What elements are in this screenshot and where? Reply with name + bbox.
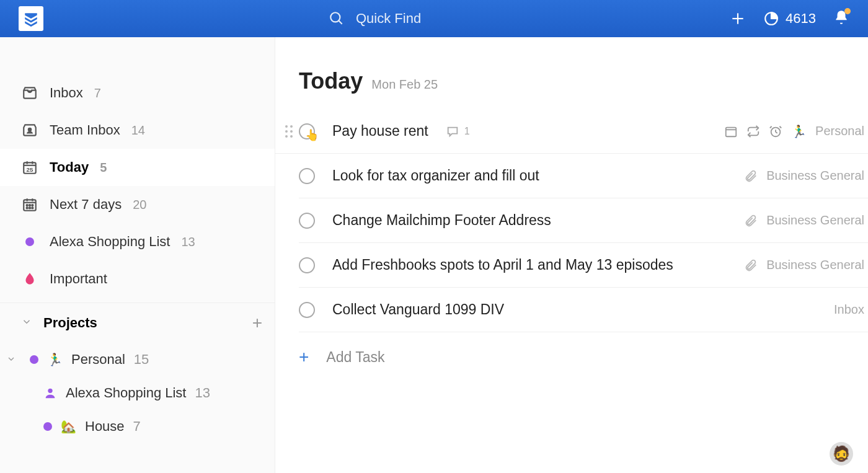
add-task-icon[interactable] — [730, 11, 746, 27]
task-row[interactable]: Change Mailchimp Footer Address Business… — [299, 198, 868, 243]
reminder-icon[interactable] — [769, 125, 782, 138]
notifications-button[interactable] — [833, 9, 849, 28]
project-emoji: 🏡 — [61, 419, 76, 434]
sidebar-item-label: Team Inbox — [50, 122, 120, 138]
sidebar-item-next7[interactable]: Next 7 days 20 — [0, 186, 275, 223]
task-actions: Business General — [744, 258, 868, 272]
app-header: Quick Find 4613 — [0, 0, 868, 37]
task-project-label[interactable]: Inbox — [834, 303, 864, 317]
project-label: Alexa Shopping List — [66, 385, 186, 401]
sidebar-item-inbox[interactable]: Inbox 7 — [0, 74, 275, 112]
task-checkbox[interactable] — [299, 213, 315, 229]
task-actions: Business General — [744, 213, 868, 228]
sidebar-item-label: Next 7 days — [50, 197, 122, 213]
header-actions: 4613 — [730, 9, 849, 28]
chevron-down-icon — [21, 315, 32, 331]
task-title: Change Mailchimp Footer Address — [332, 212, 551, 229]
svg-line-27 — [770, 126, 772, 128]
chevron-down-icon — [6, 351, 21, 368]
task-checkbox[interactable] — [299, 168, 315, 184]
add-task-label: Add Task — [326, 349, 384, 366]
sidebar-item-label: Alexa Shopping List — [50, 234, 170, 250]
search-area[interactable]: Quick Find — [329, 11, 421, 27]
task-title: Look for tax organizer and fill out — [332, 167, 539, 184]
project-count: 7 — [133, 418, 141, 435]
search-placeholder: Quick Find — [356, 11, 421, 27]
project-count: 13 — [195, 385, 210, 401]
sidebar-item-count: 5 — [100, 161, 107, 175]
task-row[interactable]: Look for tax organizer and fill out Busi… — [299, 154, 868, 198]
projects-header[interactable]: Projects + — [0, 303, 275, 343]
project-label: House — [85, 418, 125, 435]
main-content: Today Mon Feb 25 👆 Pay house rent 1 — [275, 37, 868, 473]
add-task-button[interactable]: + Add Task — [275, 332, 868, 382]
app-logo[interactable] — [19, 6, 43, 31]
svg-line-28 — [779, 126, 781, 128]
project-color-dot — [30, 355, 38, 364]
task-comments[interactable]: 1 — [446, 125, 470, 138]
task-checkbox[interactable]: 👆 — [299, 123, 315, 139]
task-list: 👆 Pay house rent 1 🏃‍♂️ Personal — [275, 109, 868, 382]
filter-dot-icon — [21, 233, 38, 250]
calendar-icon — [21, 196, 38, 213]
view-title: Today — [299, 68, 363, 94]
schedule-icon[interactable] — [724, 125, 738, 138]
today-icon: 25 — [21, 159, 38, 176]
svg-point-5 — [28, 128, 31, 131]
task-actions: Business General — [744, 169, 868, 183]
svg-point-16 — [29, 205, 30, 206]
task-checkbox[interactable] — [299, 257, 315, 273]
sidebar-item-count: 14 — [131, 123, 145, 138]
project-item-house[interactable]: 🏡 House 7 — [0, 410, 275, 443]
add-project-button[interactable]: + — [252, 313, 262, 333]
sidebar-item-team-inbox[interactable]: Team Inbox 14 — [0, 112, 275, 149]
task-row[interactable]: Add Freshbooks spots to April 1 and May … — [299, 243, 868, 288]
task-title: Pay house rent — [332, 123, 428, 139]
search-icon — [329, 11, 345, 27]
karma-counter[interactable]: 4613 — [763, 11, 816, 27]
attachment-icon — [744, 169, 758, 183]
task-actions: Inbox — [834, 303, 868, 317]
project-color-dot — [43, 422, 52, 431]
drag-handle[interactable] — [275, 125, 299, 138]
cursor-icon: 👆 — [305, 128, 319, 142]
sidebar-item-alexa[interactable]: Alexa Shopping List 13 — [0, 223, 275, 260]
sidebar-item-count: 13 — [181, 235, 195, 249]
inbox-icon — [21, 84, 38, 102]
task-checkbox[interactable] — [299, 302, 315, 318]
project-count: 15 — [134, 351, 149, 368]
sidebar-item-count: 7 — [94, 86, 101, 100]
project-emoji: 🏃‍♂️ — [47, 352, 63, 367]
view-subtitle: Mon Feb 25 — [371, 77, 438, 92]
user-avatar[interactable]: 🧔 — [830, 442, 853, 466]
view-header: Today Mon Feb 25 — [275, 68, 868, 94]
sidebar-item-label: Inbox — [50, 85, 83, 101]
person-icon — [43, 386, 57, 400]
sidebar-item-important[interactable]: Important — [0, 260, 275, 298]
task-project-label[interactable]: Business General — [766, 169, 864, 183]
todoist-logo-icon — [23, 11, 39, 27]
task-title: Collect Vanguard 1099 DIV — [332, 301, 504, 318]
svg-point-0 — [330, 12, 340, 22]
plus-icon: + — [299, 347, 309, 367]
karma-value: 4613 — [786, 11, 816, 27]
attachment-icon — [744, 214, 758, 228]
svg-line-1 — [339, 20, 342, 24]
recurring-icon[interactable] — [746, 125, 760, 138]
task-title: Add Freshbooks spots to April 1 and May … — [332, 257, 673, 273]
sidebar-item-count: 20 — [133, 198, 146, 212]
project-item-alexa-list[interactable]: Alexa Shopping List 13 — [0, 376, 275, 410]
svg-point-20 — [32, 207, 33, 208]
task-project-label[interactable]: Business General — [766, 213, 864, 228]
project-label: Personal — [71, 351, 125, 368]
svg-point-18 — [27, 207, 28, 208]
task-project-label[interactable]: Personal — [815, 124, 864, 138]
task-row[interactable]: Collect Vanguard 1099 DIV Inbox — [299, 288, 868, 332]
sidebar-item-today[interactable]: 25 Today 5 — [0, 149, 275, 186]
project-item-personal[interactable]: 🏃‍♂️ Personal 15 — [0, 343, 275, 376]
sidebar-item-label: Important — [50, 271, 107, 287]
task-project-label[interactable]: Business General — [766, 258, 864, 272]
task-row[interactable]: 👆 Pay house rent 1 🏃‍♂️ Personal — [275, 109, 868, 154]
svg-point-15 — [27, 205, 28, 206]
attachment-icon — [744, 259, 758, 272]
